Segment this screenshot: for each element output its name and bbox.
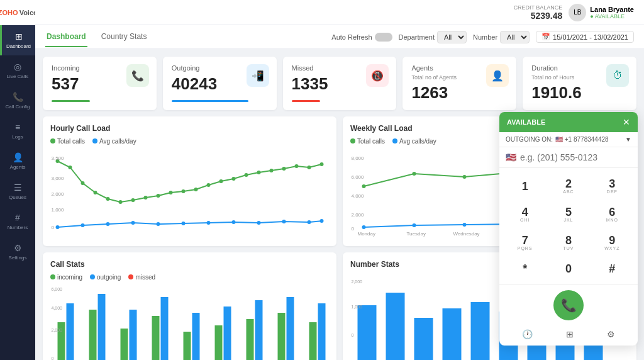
stat-incoming: Incoming 537 📞 <box>43 57 157 110</box>
svg-point-20 <box>308 166 311 169</box>
credit-label: CREDIT BALANCE <box>513 4 562 11</box>
svg-text:2,000: 2,000 <box>52 328 63 332</box>
svg-point-2 <box>81 181 85 185</box>
user-details: Lana Bryante ● AVAILABLE <box>590 6 634 20</box>
cs-legend-missed: missed <box>128 274 155 281</box>
svg-point-4 <box>106 197 110 201</box>
call-stats-chart: Call Stats incoming outgoing missed <box>43 252 336 360</box>
svg-text:1,000: 1,000 <box>352 305 363 309</box>
svg-text:8,000: 8,000 <box>352 155 365 161</box>
recent-calls-button[interactable]: 🕐 <box>522 329 533 339</box>
dialpad-key-2[interactable]: 2 ABC <box>548 173 589 199</box>
dialpad-key-hash[interactable]: # <box>592 258 633 279</box>
auto-refresh-filter: Auto Refresh <box>331 33 392 42</box>
svg-point-22 <box>56 225 60 229</box>
dialpad-input-row: 🇺🇸 <box>499 147 638 168</box>
call-button[interactable]: 📞 <box>553 290 584 320</box>
dialpad-key-7[interactable]: 7 PQRS <box>504 230 545 256</box>
weekly-legend-avg: Avg calls/day <box>392 138 436 145</box>
svg-rect-62 <box>67 303 74 360</box>
svg-point-3 <box>94 191 97 194</box>
dialpad-key-9[interactable]: 9 WXYZ <box>592 230 633 256</box>
department-select[interactable]: All <box>437 31 467 43</box>
sidebar-item-agents[interactable]: 👤 Agents <box>0 146 35 176</box>
svg-point-14 <box>232 177 236 181</box>
dialpad-key-3[interactable]: 3 DEF <box>592 173 633 199</box>
keypad-button[interactable]: ⊞ <box>566 329 574 339</box>
svg-point-7 <box>144 196 148 200</box>
stat-outgoing: Outgoing 40243 📲 <box>163 57 277 110</box>
sidebar-item-numbers[interactable]: # Numbers <box>0 206 35 237</box>
svg-rect-77 <box>224 307 231 360</box>
outgoing-bar <box>172 100 248 102</box>
svg-rect-92 <box>358 305 377 360</box>
svg-point-27 <box>182 222 186 225</box>
svg-text:6,000: 6,000 <box>52 287 63 291</box>
dialpad-key-1[interactable]: 1 <box>504 173 545 199</box>
svg-text:3,500: 3,500 <box>52 155 65 161</box>
svg-rect-71 <box>161 297 169 360</box>
hourly-chart-title: Hourly Call Load <box>50 124 329 133</box>
svg-point-45 <box>362 225 366 229</box>
logs-icon: ≡ <box>15 122 20 132</box>
svg-rect-86 <box>318 303 326 360</box>
dialpad-key-5[interactable]: 5 JKL <box>548 201 589 227</box>
date-range[interactable]: 📅 15/01/2021 - 13/02/2021 <box>536 31 634 43</box>
svg-text:Monday: Monday <box>358 231 375 237</box>
credit-amount: 5239.48 <box>513 11 562 21</box>
dialpad-close-button[interactable]: ✕ <box>623 117 630 127</box>
svg-rect-80 <box>255 300 263 360</box>
sidebar-item-callconfig[interactable]: 📞 Call Config <box>0 86 35 116</box>
svg-rect-68 <box>130 310 137 360</box>
svg-rect-73 <box>184 332 191 360</box>
outgoing-icon: 📲 <box>247 64 269 87</box>
dialpad-key-8[interactable]: 8 TUV <box>548 230 589 256</box>
dialpad-key-6[interactable]: 6 MNO <box>592 201 633 227</box>
svg-rect-65 <box>98 294 106 360</box>
svg-point-12 <box>207 183 211 187</box>
svg-text:2,000: 2,000 <box>352 212 365 218</box>
weekly-legend-total: Total calls <box>350 138 385 145</box>
svg-point-33 <box>320 219 324 223</box>
dialpad-key-4[interactable]: 4 GHI <box>504 201 545 227</box>
svg-text:6,000: 6,000 <box>352 174 365 180</box>
outgoing-number: 🇺🇸 +1 8778344428 <box>555 136 609 143</box>
sidebar-item-queues[interactable]: ☰ Queues <box>0 176 35 206</box>
svg-point-18 <box>282 167 286 171</box>
svg-text:1,000: 1,000 <box>52 207 65 213</box>
hourly-legend-avg: Avg calls/day <box>92 138 136 145</box>
input-flag: 🇺🇸 <box>506 152 516 162</box>
sidebar-item-dashboard[interactable]: ⊞ Dashboard <box>0 25 35 55</box>
svg-rect-64 <box>89 310 97 360</box>
stats-row: Incoming 537 📞 Outgoing 40243 📲 Missed 1… <box>43 57 636 110</box>
svg-point-5 <box>119 200 123 204</box>
svg-point-30 <box>257 221 261 225</box>
dialpad-settings-button[interactable]: ⚙ <box>607 329 615 339</box>
svg-point-1 <box>69 166 72 169</box>
svg-rect-74 <box>192 313 200 360</box>
sidebar-item-livecalls[interactable]: ◎ Live Calls <box>0 55 35 86</box>
tab-country-stats[interactable]: Country Stats <box>100 27 148 47</box>
department-label: Department <box>399 33 435 41</box>
department-filter: Department All <box>399 31 467 43</box>
sidebar-item-logs[interactable]: ≡ Logs <box>0 116 35 146</box>
svg-point-40 <box>413 172 416 176</box>
svg-point-8 <box>157 194 160 198</box>
tab-dashboard[interactable]: Dashboard <box>45 27 87 47</box>
svg-point-41 <box>463 175 467 179</box>
agents-icon: 👤 <box>13 152 23 162</box>
svg-point-16 <box>257 171 261 174</box>
phone-number-input[interactable] <box>520 152 631 162</box>
svg-text:2,000: 2,000 <box>352 279 363 284</box>
number-select[interactable]: All <box>500 31 530 43</box>
incoming-icon: 📞 <box>126 64 149 87</box>
dialpad-key-0[interactable]: 0 <box>548 258 589 279</box>
content-area: Incoming 537 📞 Outgoing 40243 📲 Missed 1… <box>35 49 644 360</box>
dialpad-key-star[interactable]: * <box>504 258 545 279</box>
dialpad-header: AVAILABLE ✕ <box>499 112 638 132</box>
number-label: Number <box>473 33 497 41</box>
sidebar-item-settings[interactable]: ⚙ Settings <box>0 237 35 267</box>
auto-refresh-toggle[interactable] <box>375 33 392 42</box>
stat-duration: Duration Total no of Hours 1910.6 ⏱ <box>523 57 636 110</box>
svg-rect-67 <box>121 329 128 360</box>
